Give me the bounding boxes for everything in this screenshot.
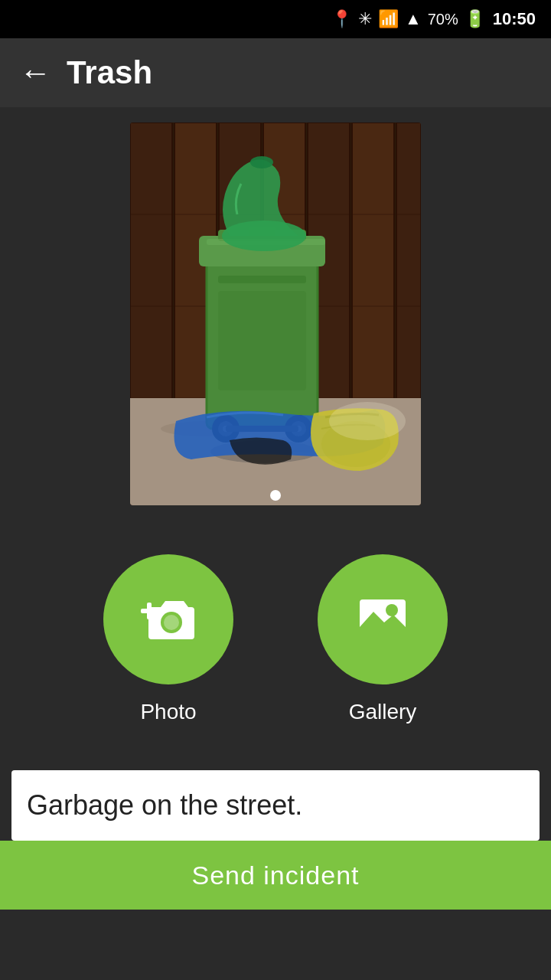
page-title: Trash [67, 54, 152, 91]
incident-description-container[interactable] [11, 770, 540, 841]
status-icons: 📍 ✳ 📶 ▲ 70% 🔋 [331, 9, 485, 29]
image-pager-dots [0, 490, 551, 501]
status-bar: 📍 ✳ 📶 ▲ 70% 🔋 10:50 [0, 0, 551, 38]
wifi-icon: 📶 [378, 9, 399, 29]
clock: 10:50 [493, 9, 536, 29]
svg-point-38 [164, 615, 179, 630]
back-button[interactable]: ← [19, 57, 51, 89]
location-icon: 📍 [331, 9, 352, 29]
send-button-label: Send incident [191, 861, 359, 890]
pager-dot-1 [270, 490, 281, 501]
gallery-button[interactable] [318, 554, 448, 684]
photo-button[interactable] [103, 554, 233, 684]
send-incident-button[interactable]: Send incident [0, 841, 551, 910]
gallery-label: Gallery [349, 700, 417, 724]
app-header: ← Trash [0, 38, 551, 107]
photo-action[interactable]: Photo [103, 554, 233, 724]
trash-photo [130, 122, 421, 505]
photo-label: Photo [140, 700, 196, 724]
gallery-action[interactable]: Gallery [318, 554, 448, 724]
signal-icon: ▲ [405, 9, 422, 29]
image-container [0, 107, 551, 513]
svg-point-34 [329, 402, 406, 440]
battery-indicator: 70% [428, 11, 458, 28]
svg-point-41 [386, 604, 398, 616]
svg-rect-23 [218, 291, 306, 390]
svg-point-32 [250, 156, 273, 168]
bottom-section: Send incident [0, 770, 551, 910]
action-buttons-area: Photo Gallery [0, 508, 551, 755]
battery-icon: 🔋 [465, 9, 485, 29]
bluetooth-icon: ✳ [358, 9, 372, 29]
gallery-icon [352, 589, 413, 650]
incident-description-input[interactable] [27, 789, 524, 822]
svg-rect-22 [218, 276, 306, 283]
camera-plus-icon [138, 589, 199, 650]
